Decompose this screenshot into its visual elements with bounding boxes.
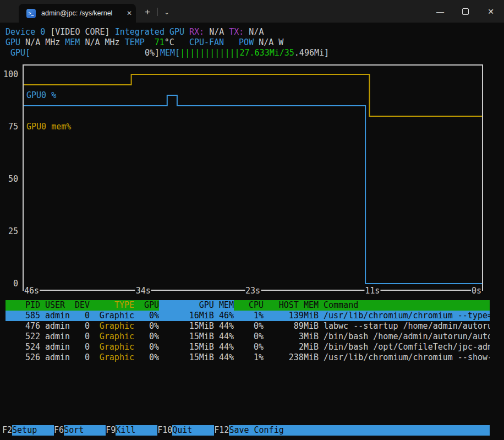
cell-command: /bin/bash /opt/ComfileTech/jpc-adm (324, 342, 490, 352)
tab-close-icon[interactable]: ✕ (123, 9, 136, 17)
cell-user: admin (45, 332, 75, 342)
temp-unit: °C (165, 37, 174, 47)
mem-bar-open: MEM[ (160, 48, 180, 58)
x-tick-34s: 34s (135, 286, 151, 296)
y-tick-0: 0 (0, 279, 18, 289)
cell-gpu: 0% (134, 352, 159, 363)
cell-host_mem: 139MiB (264, 311, 319, 321)
cell-host_mem: 2MiB (264, 342, 319, 352)
mem-clock-label: MEM (65, 37, 80, 47)
header-gpu-mem-sorted: GPU MEM (159, 300, 234, 311)
fn-action-save-config[interactable]: Save Config (229, 425, 490, 436)
cell-type: Graphic (90, 332, 134, 342)
fn-key-f9: F9 (106, 425, 116, 436)
mem-bar-fill: |||||||||||| (180, 48, 239, 58)
chart-lines (24, 66, 482, 290)
cell-host_mem: 238MiB (264, 352, 319, 363)
powershell-icon: >_ (26, 9, 36, 18)
legend-gpu-util: GPU0 % (26, 90, 71, 101)
fn-key-f12: F12 (214, 425, 229, 436)
cell-type: Graphic (90, 311, 134, 321)
fn-key-f6: F6 (54, 425, 64, 436)
gpu-clock-label: GPU (6, 37, 20, 47)
header-cpu: CPU (234, 300, 264, 311)
mem-used-value: 27.633Mi/35 (240, 48, 294, 58)
cell-gpu: 0% (134, 342, 159, 352)
rx-label: RX: (189, 27, 204, 37)
fan-label: CPU-FAN (189, 37, 224, 47)
chevron-down-icon: ⌄ (164, 9, 169, 16)
legend-gpu-mem: GPU0 mem% (26, 122, 71, 132)
cell-cpu: 1% (234, 352, 264, 363)
cell-host_mem: 3MiB (264, 332, 319, 342)
cell-gpu_mem: 16MiB 46% (159, 311, 234, 321)
temp-label: TEMP (125, 37, 145, 47)
cell-gpu: 0% (134, 321, 159, 332)
table-row[interactable]: 522admin0Graphic0%15MiB 44%0%3MiB/bin/ba… (6, 332, 490, 342)
header-command: Command (324, 300, 490, 311)
temp-value: 71 (155, 37, 165, 47)
y-tick-100: 100 (0, 69, 18, 80)
pow-label: POW (239, 37, 254, 47)
cell-pid: 526 (6, 352, 40, 363)
rx-value: N/A (209, 27, 224, 37)
fn-action-setup[interactable]: Setup (12, 425, 54, 436)
gpu-name: Integrated GPU (115, 27, 184, 37)
gpu-bar-percent: 0%] (145, 48, 160, 58)
new-tab-button[interactable]: + (139, 4, 156, 20)
plus-icon: + (145, 7, 150, 18)
x-tick-0s: 0s (471, 286, 482, 296)
cell-cpu: 0% (234, 342, 264, 352)
header-pid: PID (6, 300, 40, 311)
core-type: [VIDEO CORE] (50, 27, 109, 37)
x-tick-23s: 23s (245, 286, 261, 296)
tabbar-divider (157, 8, 158, 16)
cell-user: admin (45, 311, 75, 321)
minimize-button[interactable]: — (428, 0, 453, 23)
gpu-history-chart: GPU0 % GPU0 mem% (23, 64, 483, 291)
series-gpu0-mem- (24, 74, 482, 116)
cell-gpu: 0% (134, 311, 159, 321)
gpu-util-bar: GPU[0%] (10, 48, 160, 58)
series-gpu0- (24, 95, 482, 284)
cell-cpu: 0% (234, 332, 264, 342)
cell-gpu: 0% (134, 332, 159, 342)
close-icon: ✕ (487, 7, 494, 16)
terminal-tab[interactable]: >_ admin@jpc: /sys/kernel ✕ (19, 4, 136, 23)
fn-action-kill[interactable]: Kill (116, 425, 157, 436)
cell-command: labwc --startup /home/admin/autoru (324, 321, 490, 332)
cell-type: Graphic (90, 342, 134, 352)
cell-user: admin (45, 342, 75, 352)
tx-value: N/A (249, 27, 264, 37)
fn-action-quit[interactable]: Quit (172, 425, 214, 436)
table-row[interactable]: 585admin0Graphic0%16MiB 46%1%139MiB/usr/… (6, 311, 490, 321)
mem-util-bar: MEM[||||||||||||27.633Mi/35.496Mi] (160, 48, 329, 58)
gpu-clock-value: N/A MHz (25, 37, 60, 47)
terminal-window: >_ admin@jpc: /sys/kernel ✕ + ⌄ — ✕ Devi… (0, 0, 504, 440)
header-gpu: GPU (134, 300, 159, 311)
y-tick-75: 75 (0, 122, 18, 132)
pow-value: N/A W (259, 37, 283, 47)
cell-gpu_mem: 15MiB 44% (159, 342, 234, 352)
fn-action-sort[interactable]: Sort (64, 425, 106, 436)
cell-command: /bin/bash /home/admin/autorun/auto (324, 332, 490, 342)
cell-gpu_mem: 15MiB 44% (159, 332, 234, 342)
x-tick-11s: 11s (364, 286, 380, 296)
cell-pid: 476 (6, 321, 40, 332)
tab-dropdown-button[interactable]: ⌄ (160, 4, 174, 20)
cell-cpu: 1% (234, 311, 264, 321)
maximize-button[interactable] (453, 0, 478, 23)
gpu-bar-open: GPU[ (10, 48, 30, 58)
table-row[interactable]: 476admin0Graphic0%15MiB 44%0%89MiBlabwc … (6, 321, 490, 332)
table-row[interactable]: 526admin0Graphic0%15MiB 44%1%238MiB/usr/… (6, 352, 490, 363)
device-label: Device 0 (6, 27, 45, 37)
fn-key-f2: F2 (2, 425, 12, 436)
cell-command: /usr/lib/chromium/chromium --type= (324, 311, 490, 321)
cell-dev: 0 (75, 321, 90, 332)
cell-pid: 524 (6, 342, 40, 352)
table-row[interactable]: 524admin0Graphic0%15MiB 44%0%2MiB/bin/ba… (6, 342, 490, 352)
cell-pid: 522 (6, 332, 40, 342)
cell-pid: 585 (6, 311, 40, 321)
close-button[interactable]: ✕ (478, 0, 503, 23)
cell-host_mem: 89MiB (264, 321, 319, 332)
